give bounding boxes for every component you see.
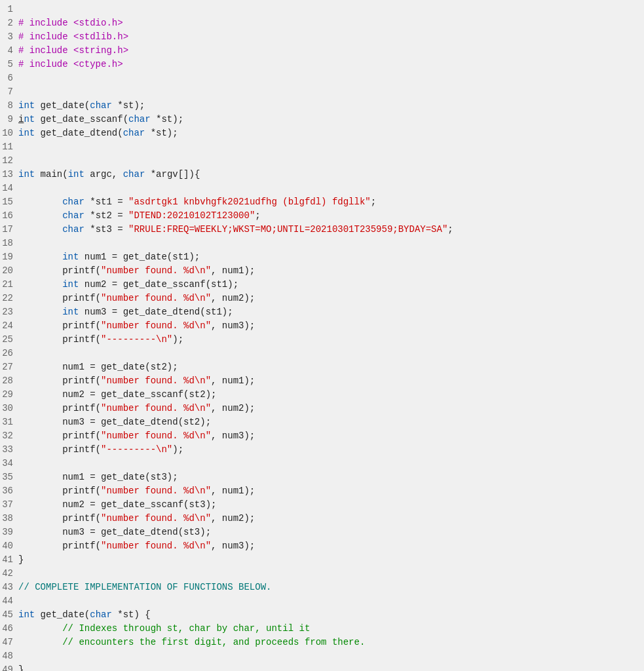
code-line: 27 num1 = get_date(st2); (0, 360, 644, 374)
line-number: 20 (0, 264, 18, 278)
code-line: 22 printf("number found. %d\n", num2); (0, 292, 644, 305)
line-content: printf("number found. %d\n", num1); (18, 264, 644, 278)
line-number: 9 (0, 113, 18, 126)
line-number: 39 (0, 526, 18, 539)
code-line: 32 printf("number found. %d\n", num3); (0, 429, 644, 443)
code-line: 36 printf("number found. %d\n", num1); (0, 484, 644, 498)
line-content: # include <string.h> (18, 44, 644, 58)
code-line: 41} (0, 553, 644, 567)
code-line: 29 num2 = get_date_sscanf(st2); (0, 388, 644, 402)
line-number: 48 (0, 649, 18, 663)
line-number: 49 (0, 663, 18, 671)
line-content: char *st2 = "DTEND:20210102T123000"; (18, 209, 644, 223)
line-number: 34 (0, 457, 18, 470)
line-content (18, 140, 644, 154)
code-line: 37 num2 = get_date_sscanf(st3); (0, 498, 644, 512)
line-number: 41 (0, 553, 18, 567)
line-content: printf("number found. %d\n", num1); (18, 484, 644, 498)
line-content: printf("number found. %d\n", num3); (18, 539, 644, 553)
line-content: int get_date(char *st); (18, 99, 644, 113)
line-content: printf("number found. %d\n", num2); (18, 402, 644, 415)
line-content: int num1 = get_date(st1); (18, 250, 644, 264)
code-line: 15 char *st1 = "asdrtgk1 knbvhgfk2021udf… (0, 195, 644, 209)
line-content: printf("---------\n"); (18, 443, 644, 457)
line-number: 23 (0, 305, 18, 319)
line-number: 29 (0, 388, 18, 402)
line-number: 11 (0, 140, 18, 154)
code-line: 40 printf("number found. %d\n", num3); (0, 539, 644, 553)
line-content (18, 567, 644, 581)
code-line: 5# include <ctype.h> (0, 58, 644, 71)
line-content: // encounters the first digit, and proce… (18, 636, 644, 649)
line-number: 27 (0, 360, 18, 374)
code-line: 10int get_date_dtend(char *st); (0, 126, 644, 140)
line-content: int num3 = get_date_dtend(st1); (18, 305, 644, 319)
line-content: # include <stdlib.h> (18, 30, 644, 44)
code-line: 43// COMPLETE IMPLEMENTATION OF FUNCTION… (0, 581, 644, 594)
line-number: 19 (0, 250, 18, 264)
line-content (18, 85, 644, 99)
line-number: 35 (0, 470, 18, 484)
line-content: num1 = get_date(st2); (18, 360, 644, 374)
code-line: 14 (0, 182, 644, 195)
line-content: printf("number found. %d\n", num2); (18, 292, 644, 305)
line-content: # include <stdio.h> (18, 16, 644, 30)
line-content: } (18, 663, 644, 671)
line-number: 15 (0, 195, 18, 209)
line-content: printf("number found. %d\n", num1); (18, 374, 644, 388)
code-line: 35 num1 = get_date(st3); (0, 470, 644, 484)
line-number: 21 (0, 278, 18, 292)
line-number: 22 (0, 292, 18, 305)
code-line: 30 printf("number found. %d\n", num2); (0, 402, 644, 415)
line-content: num2 = get_date_sscanf(st3); (18, 498, 644, 512)
code-line: 1 (0, 3, 644, 16)
line-content: num3 = get_date_dtend(st2); (18, 415, 644, 429)
line-content: int main(int argc, char *argv[]){ (18, 168, 644, 182)
line-content: int get_date(char *st) { (18, 608, 644, 622)
code-line: 47 // encounters the first digit, and pr… (0, 636, 644, 649)
line-content: num2 = get_date_sscanf(st2); (18, 388, 644, 402)
line-number: 36 (0, 484, 18, 498)
line-number: 14 (0, 182, 18, 195)
code-line: 9int get_date_sscanf(char *st); (0, 113, 644, 126)
line-content: # include <ctype.h> (18, 58, 644, 71)
line-number: 2 (0, 16, 18, 30)
line-number: 31 (0, 415, 18, 429)
line-content (18, 649, 644, 663)
code-line: 46 // Indexes through st, char by char, … (0, 622, 644, 636)
line-content: // Indexes through st, char by char, unt… (18, 622, 644, 636)
line-number: 37 (0, 498, 18, 512)
code-line: 16 char *st2 = "DTEND:20210102T123000"; (0, 209, 644, 223)
line-number: 8 (0, 99, 18, 113)
code-line: 18 (0, 237, 644, 250)
line-number: 47 (0, 636, 18, 649)
line-number: 28 (0, 374, 18, 388)
line-content: int num2 = get_date_sscanf(st1); (18, 278, 644, 292)
line-number: 45 (0, 608, 18, 622)
line-number: 4 (0, 44, 18, 58)
line-content: int get_date_sscanf(char *st); (18, 113, 644, 126)
line-content: num3 = get_date_dtend(st3); (18, 526, 644, 539)
line-content: // COMPLETE IMPLEMENTATION OF FUNCTIONS … (18, 581, 644, 594)
code-editor: 1 2# include <stdio.h>3# include <stdlib… (0, 0, 644, 671)
line-number: 5 (0, 58, 18, 71)
code-line: 48 (0, 649, 644, 663)
code-line: 3# include <stdlib.h> (0, 30, 644, 44)
code-line: 28 printf("number found. %d\n", num1); (0, 374, 644, 388)
line-content (18, 154, 644, 168)
code-line: 33 printf("---------\n"); (0, 443, 644, 457)
line-number: 40 (0, 539, 18, 553)
code-line: 44 (0, 594, 644, 608)
code-line: 34 (0, 457, 644, 470)
code-line: 26 (0, 347, 644, 360)
line-content: printf("---------\n"); (18, 333, 644, 347)
line-content: printf("number found. %d\n", num2); (18, 512, 644, 526)
code-line: 11 (0, 140, 644, 154)
code-line: 23 int num3 = get_date_dtend(st1); (0, 305, 644, 319)
code-line: 39 num3 = get_date_dtend(st3); (0, 526, 644, 539)
line-number: 30 (0, 402, 18, 415)
line-number: 6 (0, 71, 18, 85)
line-content: printf("number found. %d\n", num3); (18, 319, 644, 333)
line-number: 16 (0, 209, 18, 223)
line-number: 3 (0, 30, 18, 44)
